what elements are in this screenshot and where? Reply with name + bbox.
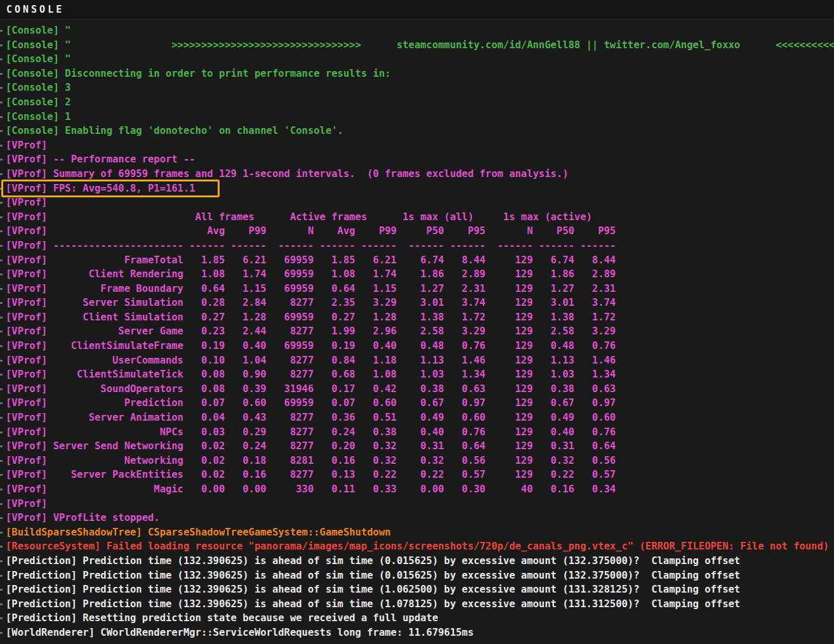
console-line-fps: [VProf] FPS: Avg=540.8, P1=161.1 bbox=[0, 181, 834, 196]
console-line: [Prediction] Prediction time (132.390625… bbox=[0, 554, 834, 568]
console-line: [VProf] FrameTotal 1.85 6.21 69959 1.85 … bbox=[0, 253, 834, 268]
console-line: [Console] " bbox=[0, 23, 834, 38]
console-line: [Prediction] Prediction time (132.390625… bbox=[0, 597, 834, 612]
console-line: [VProf] Server Simulation 0.28 2.84 8277… bbox=[0, 296, 834, 310]
console-line: [VProf] Networking 0.02 0.18 8281 0.16 0… bbox=[0, 454, 834, 468]
console-line: [VProf] ---------------------- ------ --… bbox=[0, 239, 834, 253]
console-line: [VProf] Frame Boundary 0.64 1.15 69959 0… bbox=[0, 282, 834, 296]
console-line: [VProf] bbox=[0, 138, 834, 153]
console-title: CONSOLE bbox=[6, 4, 64, 15]
console-line: [VProf] ClientSimulateFrame 0.19 0.40 69… bbox=[0, 339, 834, 353]
console-line: [VProf] All frames Active frames 1s max … bbox=[0, 210, 834, 225]
console-line: [VProf] Client Rendering 1.08 1.74 69959… bbox=[0, 267, 834, 282]
console-window: CONSOLE [Console] "[Console] " >>>>>>>>>… bbox=[0, 0, 834, 644]
console-line: [VProf] Server Animation 0.04 0.43 8277 … bbox=[0, 411, 834, 425]
console-line: [VProf] Server Game 0.23 2.44 8277 1.99 … bbox=[0, 324, 834, 339]
console-line: [VProf] Summary of 69959 frames and 129 … bbox=[0, 167, 834, 181]
fps-highlight-box bbox=[1, 180, 220, 197]
console-line: [Console] Disconnecting in order to prin… bbox=[0, 67, 834, 81]
console-line: [VProf] UserCommands 0.10 1.04 8277 0.84… bbox=[0, 353, 834, 368]
console-line: [Prediction] Prediction time (132.390625… bbox=[0, 568, 834, 583]
console-line: [VProf] Magic 0.00 0.00 330 0.11 0.33 0.… bbox=[0, 482, 834, 497]
console-line: [VProf] Avg P99 N Avg P99 P50 P95 N P50 … bbox=[0, 224, 834, 239]
console-line: [Console] 1 bbox=[0, 110, 834, 124]
console-line: [VProf] Server PackEntities 0.02 0.16 82… bbox=[0, 468, 834, 482]
console-line: [Console] 2 bbox=[0, 95, 834, 110]
console-line: [Console] 3 bbox=[0, 81, 834, 95]
console-line: [VProf] Server Send Networking 0.02 0.24… bbox=[0, 439, 834, 454]
console-line: [Console] Enabling flag 'donotecho' on c… bbox=[0, 124, 834, 138]
console-line: [VProf] VProfLite stopped. bbox=[0, 511, 834, 525]
console-line: [BuildSparseShadowTree] CSparseShadowTre… bbox=[0, 525, 834, 540]
console-line: [VProf] -- Performance report -- bbox=[0, 152, 834, 167]
console-line: [Console] " bbox=[0, 52, 834, 67]
console-line: [Prediction] Prediction time (132.390625… bbox=[0, 582, 834, 597]
console-line: [Console] " >>>>>>>>>>>>>>>>>>>>>>>>>>>>… bbox=[0, 38, 834, 53]
console-line: [Prediction] Resetting prediction state … bbox=[0, 611, 834, 626]
console-line: [VProf] NPCs 0.03 0.29 8277 0.24 0.38 0.… bbox=[0, 425, 834, 440]
console-header: CONSOLE bbox=[0, 0, 834, 20]
console-output[interactable]: [Console] "[Console] " >>>>>>>>>>>>>>>>>… bbox=[0, 20, 834, 644]
console-line: [VProf] ClientSimulateTick 0.08 0.90 827… bbox=[0, 367, 834, 382]
console-line: [VProf] bbox=[0, 195, 834, 210]
console-line: [VProf] Prediction 0.07 0.60 69959 0.07 … bbox=[0, 396, 834, 411]
console-line: [VProf] bbox=[0, 497, 834, 511]
console-line: [VProf] Client Simulation 0.27 1.28 6995… bbox=[0, 310, 834, 325]
console-line: [VProf] SoundOperators 0.08 0.39 31946 0… bbox=[0, 382, 834, 397]
console-line: [WorldRenderer] CWorldRendererMgr::Servi… bbox=[0, 626, 834, 640]
console-line: [ResourceSystem] Failed loading resource… bbox=[0, 539, 834, 554]
